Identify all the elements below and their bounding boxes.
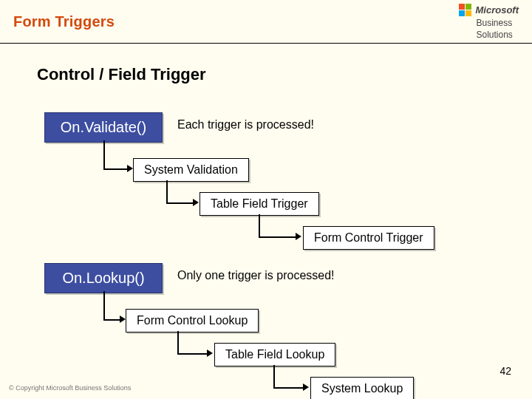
table-field-trigger-box: Table Field Trigger <box>200 192 319 216</box>
copyright-line: © Copyright Microsoft Business Solutions <box>9 384 131 392</box>
table-field-lookup-box: Table Field Lookup <box>214 343 335 366</box>
slide-header-title: Form Triggers <box>13 13 115 30</box>
diagram-stage: On.Validate() Each trigger is processed!… <box>37 96 510 355</box>
onvalidate-note: Each trigger is processed! <box>177 118 314 132</box>
slide-header: Form Triggers Microsoft Business Solutio… <box>0 0 532 43</box>
onlookup-note: Only one trigger is processed! <box>177 269 335 282</box>
ms-logo-text-top: Microsoft <box>476 4 519 16</box>
system-validation-box: System Validation <box>133 158 249 182</box>
form-control-trigger-box: Form Control Trigger <box>303 226 434 250</box>
ms-logo: Microsoft Business Solutions <box>459 4 519 40</box>
page-number: 42 <box>499 365 511 377</box>
section-title: Control / Field Trigger <box>37 65 206 84</box>
system-lookup-box: System Lookup <box>310 377 414 399</box>
onvalidate-trigger-box: On.Validate() <box>44 112 163 143</box>
form-control-lookup-box: Form Control Lookup <box>126 309 259 332</box>
header-divider <box>0 43 532 44</box>
ms-logo-text-line2: Solutions <box>477 30 513 40</box>
ms-logo-text-line1: Business <box>477 18 513 28</box>
ms-logo-icon <box>459 4 471 16</box>
onlookup-trigger-box: On.Lookup() <box>44 263 163 293</box>
